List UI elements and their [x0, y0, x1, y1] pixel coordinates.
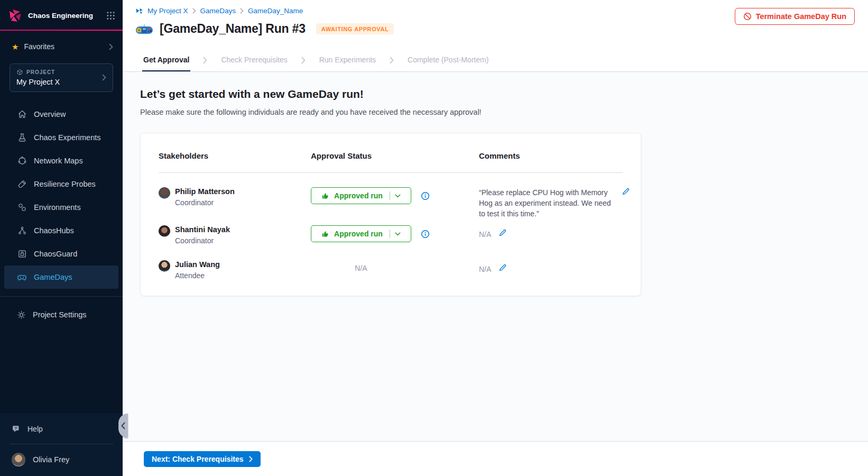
table-row: Shantini Nayak Coordinator Approved run — [159, 219, 623, 253]
avatar — [159, 260, 170, 272]
project-settings-label: Project Settings — [33, 310, 87, 319]
approval-status-dropdown[interactable]: Approved run — [311, 225, 411, 242]
sidebar-item-resilience-probes[interactable]: Resilience Probes — [4, 172, 118, 196]
app-window: Chaos Engineering ★ Favorites PROJECT My… — [0, 0, 868, 476]
user-menu[interactable]: Olivia Frey — [0, 446, 123, 476]
sidebar-item-label: ChaosHubs — [34, 226, 74, 235]
column-approval-status: Approval Status — [311, 151, 479, 160]
stakeholder-name: Julian Wang — [175, 260, 220, 269]
comment-cell: N/A — [479, 260, 623, 274]
comment-cell: “Please replace CPU Hog with Memory Hog … — [479, 187, 631, 219]
edit-comment-button[interactable] — [497, 227, 508, 240]
steps-bar: Get Approval Check Prerequisites Run Exp… — [123, 49, 868, 72]
stakeholder-role: Coordinator — [175, 198, 235, 207]
hub-icon — [17, 226, 27, 235]
help-label: Help — [27, 425, 43, 433]
chevron-right-icon — [249, 456, 253, 462]
sidebar-item-label: Chaos Experiments — [34, 133, 101, 142]
page-header: My Project X GameDays GameDay_Name [Game… — [123, 0, 868, 49]
sidebar-item-overview[interactable]: Overview — [4, 103, 118, 126]
avatar — [159, 187, 170, 199]
breadcrumb-item-gamedays[interactable]: GameDays — [200, 7, 236, 15]
flask-icon — [17, 133, 27, 142]
approval-status-dropdown[interactable]: Approved run — [311, 187, 411, 204]
comment-text: N/A — [479, 265, 491, 273]
cube-icon — [16, 69, 23, 76]
edit-comment-button[interactable] — [497, 262, 508, 274]
star-icon: ★ — [12, 43, 19, 51]
comment-text: N/A — [479, 230, 491, 239]
favorites-label: Favorites — [24, 42, 104, 51]
terminate-gameday-button[interactable]: Terminate GameDay Run — [735, 8, 855, 25]
main-area: My Project X GameDays GameDay_Name [Game… — [123, 0, 868, 476]
sidebar-item-gamedays[interactable]: GameDays — [4, 266, 118, 289]
terminate-label: Terminate GameDay Run — [756, 12, 846, 21]
step-run-experiments[interactable]: Run Experiments — [318, 49, 377, 71]
sidebar-item-chaos-experiments[interactable]: Chaos Experiments — [4, 126, 118, 149]
chevron-right-icon — [240, 8, 244, 14]
approval-status-label: Approved run — [334, 230, 383, 238]
breadcrumb-item-project[interactable]: My Project X — [147, 7, 188, 15]
pencil-icon — [498, 228, 507, 237]
approval-status-na: N/A — [311, 260, 411, 272]
chevron-right-icon — [192, 8, 196, 14]
svg-text:?: ? — [14, 426, 17, 431]
approval-status-cell: N/A — [311, 260, 479, 272]
pencil-icon — [622, 187, 630, 196]
divider — [0, 296, 123, 297]
table-header: Stakeholders Approval Status Comments — [159, 133, 623, 173]
app-grid-icon[interactable] — [106, 11, 115, 20]
page-title: [GameDay_Name] Run #3 — [160, 22, 306, 36]
breadcrumb-item-gameday-name[interactable]: GameDay_Name — [248, 7, 303, 15]
user-name: Olivia Frey — [33, 455, 69, 464]
stakeholders-card: Stakeholders Approval Status Comments Ph… — [140, 133, 641, 296]
table-row: Julian Wang Attendee N/A N/A — [159, 253, 623, 296]
pencil-icon — [498, 263, 507, 272]
step-get-approval[interactable]: Get Approval — [142, 49, 190, 71]
stakeholder-cell: Julian Wang Attendee — [159, 260, 311, 280]
chevron-right-icon — [301, 57, 306, 64]
sidebar-item-project-settings[interactable]: Project Settings — [0, 303, 123, 326]
sidebar-item-label: Environments — [34, 203, 81, 212]
help-item[interactable]: ? Help — [0, 416, 123, 442]
stakeholder-role: Coordinator — [175, 236, 230, 245]
gamepad-emoji-icon — [135, 23, 153, 35]
sidebar-item-chaosguard[interactable]: ChaosGuard — [4, 242, 118, 266]
project-label: PROJECT — [26, 69, 55, 75]
chaos-breadcrumb-icon — [135, 7, 143, 15]
gear-icon — [17, 310, 26, 319]
table-row: Philip Matterson Coordinator Approved ru… — [159, 173, 623, 219]
step-complete-post-mortem[interactable]: Complete (Post-Mortem) — [407, 49, 490, 71]
column-stakeholders: Stakeholders — [159, 151, 311, 160]
next-check-prerequisites-button[interactable]: Next: Check Prerequisites — [144, 451, 261, 467]
project-selector[interactable]: PROJECT My Project X — [10, 63, 113, 92]
no-entry-icon — [743, 12, 752, 21]
stakeholder-cell: Shantini Nayak Coordinator — [159, 225, 311, 245]
sidebar-item-label: ChaosGuard — [34, 250, 77, 258]
sidebar-item-chaoshubs[interactable]: ChaosHubs — [4, 219, 118, 242]
probe-icon — [17, 179, 27, 189]
gamepad-icon — [17, 272, 27, 282]
step-check-prerequisites[interactable]: Check Prerequisites — [220, 49, 288, 71]
info-icon[interactable] — [421, 191, 430, 200]
footer-bar: Next: Check Prerequisites — [123, 441, 868, 476]
sidebar: Chaos Engineering ★ Favorites PROJECT My… — [0, 0, 123, 476]
sidebar-item-environments[interactable]: Environments — [4, 196, 118, 219]
favorites-item[interactable]: ★ Favorites — [0, 31, 123, 56]
logo-row: Chaos Engineering — [0, 0, 123, 30]
status-badge: AWAITING APPROVAL — [316, 23, 394, 34]
approval-status-cell: Approved run — [311, 187, 479, 204]
edit-comment-button[interactable] — [621, 186, 631, 198]
sidebar-item-label: Overview — [34, 110, 66, 118]
stakeholder-cell: Philip Matterson Coordinator — [159, 187, 311, 207]
chaos-engineering-logo-icon — [7, 7, 23, 23]
product-title: Chaos Engineering — [28, 12, 101, 20]
stakeholder-name: Philip Matterson — [175, 187, 235, 196]
chevron-right-icon — [102, 74, 106, 81]
sidebar-item-network-maps[interactable]: Network Maps — [4, 149, 118, 172]
avatar — [159, 225, 170, 237]
chevron-right-icon — [109, 43, 113, 50]
info-icon[interactable] — [421, 230, 430, 239]
sidebar-nav: Overview Chaos Experiments Network Maps … — [0, 103, 123, 289]
network-map-icon — [17, 156, 27, 166]
